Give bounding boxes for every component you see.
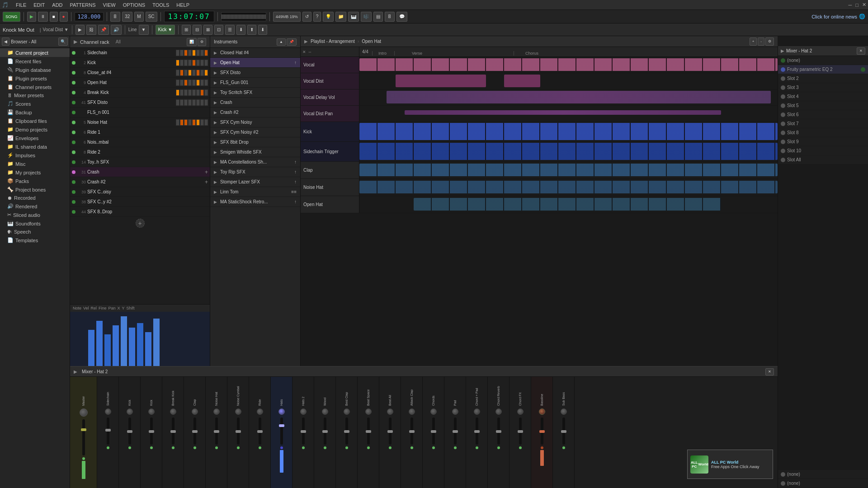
- grid-btn4[interactable]: ⊡: [214, 25, 223, 35]
- channel-row-3[interactable]: 8 Close_at #4: [70, 68, 210, 78]
- inst-item-sfx-disto[interactable]: ▶ SFX Disto: [210, 68, 300, 78]
- sidebar-item-misc[interactable]: 📁 Misc: [0, 160, 70, 168]
- mix-knob-14[interactable]: [387, 408, 393, 415]
- pl-expand[interactable]: ▶: [304, 39, 308, 44]
- ch-pads-4[interactable]: [176, 80, 208, 86]
- mix-knob-16[interactable]: [430, 408, 437, 415]
- mix-fader-13[interactable]: [367, 418, 370, 445]
- help-button[interactable]: ?: [313, 12, 321, 22]
- inst-item-toy-scritch[interactable]: ▶ Toy Scritch SFX: [210, 88, 300, 98]
- mix-channel-hats[interactable]: Hats: [271, 377, 292, 488]
- pl-zoom-in[interactable]: +: [750, 38, 757, 46]
- rp-slot-10[interactable]: Slot 10: [778, 146, 868, 155]
- channel-row-8[interactable]: 5 Noise Hat: [70, 117, 210, 127]
- rp-slot-all[interactable]: Slot All: [778, 155, 868, 164]
- sidebar-item-current-project[interactable]: 📁 Current project: [0, 48, 70, 57]
- grid-btn3[interactable]: ⊠: [203, 25, 212, 35]
- mix-knob-13[interactable]: [365, 408, 372, 415]
- rp-slot-eq[interactable]: Fruity parametric EQ 2: [778, 65, 868, 74]
- playlist-button[interactable]: ▤: [373, 12, 383, 22]
- maximize-button[interactable]: □: [855, 2, 859, 8]
- mix-fader-master[interactable]: [82, 419, 85, 455]
- mix-knob-6[interactable]: [213, 408, 220, 415]
- sidebar-item-impulses[interactable]: ⚡ Impulses: [0, 151, 70, 160]
- mix-knob-15[interactable]: [409, 408, 415, 415]
- track-content-vocal[interactable]: [359, 57, 778, 73]
- channel-row-5[interactable]: 4 Break Kick: [70, 88, 210, 98]
- record-button[interactable]: ●: [60, 12, 68, 22]
- sidebar-item-il-shared[interactable]: 📁 IL shared data: [0, 142, 70, 151]
- mix-knob-9[interactable]: [278, 408, 285, 415]
- stop-button[interactable]: ■: [50, 12, 58, 22]
- mix-fader-20[interactable]: [519, 418, 522, 445]
- menu-options[interactable]: OPTIONS: [121, 1, 147, 9]
- mix-knob-11[interactable]: [322, 408, 328, 415]
- mix-fader-19[interactable]: [497, 418, 500, 445]
- rp-expand[interactable]: ▶: [781, 48, 784, 53]
- channel-row-1[interactable]: 1 Sidechain: [70, 48, 210, 58]
- track-content-clap[interactable]: [359, 162, 778, 178]
- mix-fader-15[interactable]: [410, 418, 413, 445]
- sidebar-item-my-projects[interactable]: 📁 My projects: [0, 168, 70, 177]
- sidebar-item-plugin-presets[interactable]: 📋 Plugin presets: [0, 74, 70, 83]
- mix-fader-11[interactable]: [324, 418, 326, 445]
- mix-fader-8[interactable]: [259, 418, 261, 445]
- mix-knob-10[interactable]: [300, 408, 307, 415]
- mix-knob-4[interactable]: [170, 408, 176, 415]
- tool3-button[interactable]: 📌: [98, 25, 109, 35]
- mix-fader-22[interactable]: [562, 418, 565, 445]
- channel-row-4[interactable]: 9 Open Hat: [70, 78, 210, 88]
- mix-channel-clap[interactable]: Clap: [184, 377, 206, 488]
- sidebar-item-recent-files[interactable]: 📄 Recent files: [0, 57, 70, 66]
- mix-knob-1[interactable]: [105, 408, 111, 415]
- sidebar-item-plugin-database[interactable]: 🔌 Plugin database: [0, 66, 70, 74]
- sidebar-item-project-bones[interactable]: 🦴 Project bones: [0, 185, 70, 194]
- mixer-panel-button[interactable]: 🎚: [385, 12, 395, 22]
- channel-row-11[interactable]: 8 Ride 2: [70, 147, 210, 157]
- track-content-vocal-delay[interactable]: [359, 89, 778, 105]
- mix-knob-22[interactable]: [561, 408, 567, 415]
- mix-channel-beat-all[interactable]: Beat All: [379, 377, 401, 488]
- sidebar-item-sliced-audio[interactable]: ✂ Sliced audio: [0, 211, 70, 219]
- ch-pads-5[interactable]: [176, 89, 208, 96]
- mix-fader-21[interactable]: [541, 418, 543, 445]
- sidebar-item-mixer-presets[interactable]: 🎚 Mixer presets: [0, 91, 70, 99]
- ch-pads-1[interactable]: [176, 50, 208, 56]
- mix-fader-10[interactable]: [302, 418, 305, 445]
- inst-pin[interactable]: 📌: [287, 38, 297, 46]
- sidebar-item-packs[interactable]: 📦 Packs: [0, 177, 70, 185]
- mix-knob-7[interactable]: [235, 408, 241, 415]
- mix-fader-6[interactable]: [215, 418, 218, 445]
- mix-channel-kick1[interactable]: Kick: [119, 377, 141, 488]
- inst-collapse[interactable]: ▲: [277, 38, 286, 46]
- inst-item-toy-rip[interactable]: ▶ Toy Rip SFX ↑: [210, 167, 300, 177]
- mix-channel-sub-bass[interactable]: Sub Bass: [553, 377, 575, 488]
- mix-channel-chord-pad[interactable]: Chord + Pad: [466, 377, 488, 488]
- grid-btn1[interactable]: ⊞: [182, 25, 191, 35]
- rp-slot-3[interactable]: Slot 3: [778, 83, 868, 92]
- menu-help[interactable]: HELP: [175, 1, 191, 9]
- channel-row-14[interactable]: 30 Crash #2 +: [70, 177, 210, 187]
- mix-channel-ride[interactable]: Ride: [249, 377, 271, 488]
- inst-item-ma-static[interactable]: ▶ MA StaticShock Retro... ↑: [210, 197, 300, 207]
- track-content-vocal-pan[interactable]: [359, 106, 778, 122]
- sidebar-back[interactable]: ◀: [2, 38, 9, 46]
- channel-rack-button[interactable]: 🎹: [348, 12, 359, 22]
- inst-item-linn-tom[interactable]: ▶ Linn Tom ≡≡: [210, 187, 300, 197]
- cr-add-icon-13[interactable]: +: [205, 169, 208, 175]
- mix-knob-17[interactable]: [452, 408, 458, 415]
- sidebar-item-demo-projects[interactable]: 📁 Demo projects: [0, 125, 70, 134]
- mix-knob-19[interactable]: [495, 408, 502, 415]
- sidebar-item-envelopes[interactable]: 📈 Envelopes: [0, 134, 70, 142]
- channel-row-16[interactable]: 38 SFX C..y #2: [70, 197, 210, 207]
- mix-channel-noise-cymbal[interactable]: Noise Cymbal: [227, 377, 249, 488]
- mix-channel-sidechain[interactable]: Sidechain: [97, 377, 119, 488]
- inst-item-crash2[interactable]: ▶ Crash #2: [210, 108, 300, 117]
- mix-channel-noise-hat[interactable]: Noise Hat: [206, 377, 227, 488]
- pl-settings[interactable]: ⚙: [765, 38, 774, 46]
- mix-channel-chord-reverb[interactable]: Chord Reverb: [488, 377, 509, 488]
- mix-fader-5[interactable]: [193, 418, 196, 445]
- mix-channel-wood[interactable]: Wood: [314, 377, 336, 488]
- cr-settings-button[interactable]: ⚙: [198, 38, 206, 46]
- ch-pads-8[interactable]: [176, 119, 208, 126]
